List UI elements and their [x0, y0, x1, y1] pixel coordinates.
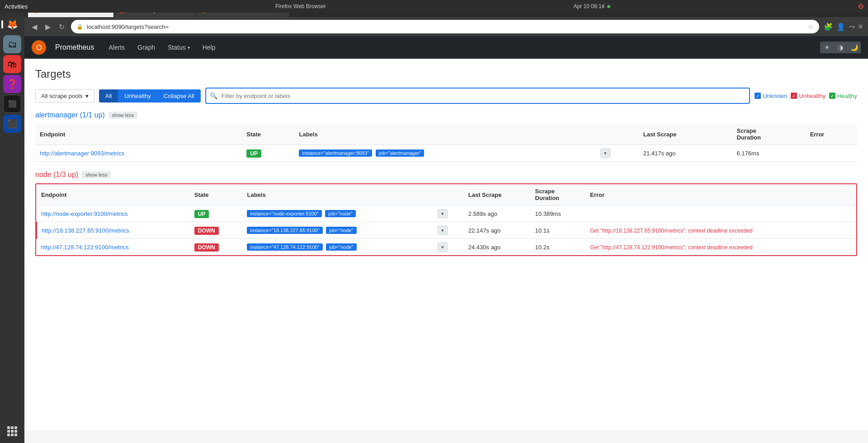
lock-icon: 🔒 [76, 23, 83, 30]
prometheus-logo: ⬡ [32, 40, 46, 55]
activities-label[interactable]: Activities [5, 3, 28, 10]
menu-icon[interactable]: ≡ [859, 23, 863, 31]
endpoint-link-node3[interactable]: http://47.128.74.122:9100/metrics [41, 244, 129, 251]
address-url[interactable]: localhost:9090/targets?search= [87, 23, 804, 30]
prometheus-navbar: ⬡ Prometheus Alerts Graph Status ▾ Help … [24, 36, 868, 59]
col-scrape-duration-node: ScrapeDuration [531, 184, 586, 205]
scrape-duration-cell-am: 6.176ms [732, 145, 806, 162]
error-text-node2: Get "http://18.138.227.65:9100/metrics":… [590, 228, 752, 234]
os-top-bar: Activities Firefox Web Browser Apr 10 08… [0, 0, 868, 13]
dock-terminal[interactable]: ⬛ [3, 95, 21, 113]
endpoint-cell-node1: http://node-exporter:9100/metrics [37, 205, 190, 222]
filter-tab-group: All Unhealthy Collapse All [99, 89, 201, 103]
filter-unknown-checkbox[interactable]: ✓ Unknown [755, 93, 787, 99]
dock-firefox[interactable]: 🦊 [3, 15, 21, 33]
label-badge-job-node2: job="node" [326, 227, 356, 234]
theme-auto-btn[interactable]: ◑ [834, 42, 847, 53]
scrape-pools-chevron: ▾ [85, 93, 89, 99]
healthy-label: Healthy [837, 93, 857, 99]
scrape-pools-button[interactable]: All scrape pools ▾ [35, 89, 94, 103]
state-badge-up-node1: UP [194, 210, 209, 218]
node-table-wrapper: Endpoint State Labels Last Scrape Scrape… [35, 183, 857, 256]
filter-tab-all[interactable]: All [99, 89, 118, 103]
dock-vscode[interactable]: ⬛ [3, 115, 21, 133]
label-badge-instance-node2: instance="18.138.227.65:9100" [247, 227, 322, 234]
error-cell-node3: Get "http://47.128.74.122:9100/metrics":… [585, 239, 856, 256]
error-cell-node2: Get "http://18.138.227.65:9100/metrics":… [585, 222, 856, 239]
labels-chevron-node2[interactable]: ▾ [438, 226, 448, 235]
show-less-node[interactable]: show less [82, 171, 111, 178]
state-cell-node2: DOWN [190, 222, 243, 239]
col-state-node: State [190, 184, 243, 205]
scrape-duration-cell-node3: 10.2s [531, 239, 586, 256]
search-icon: 🔍 [210, 92, 217, 99]
endpoint-cell-node2: http://18.138.227.65:9100/metrics [37, 222, 190, 239]
dock-software[interactable]: 🛍 [3, 55, 21, 73]
endpoint-link-node1[interactable]: http://node-exporter:9100/metrics [41, 210, 128, 217]
os-firefox-label[interactable]: Firefox Web Browser [275, 3, 326, 9]
group-title-node: node (1/3 up) [35, 171, 78, 179]
labels-chevron-node3[interactable]: ▾ [438, 242, 448, 252]
group-header-node: node (1/3 up) show less [35, 171, 857, 179]
table-row: http://alertmanager:9093/metrics UP inst… [35, 145, 857, 162]
reload-button[interactable]: ↻ [57, 21, 66, 33]
filter-unhealthy-checkbox[interactable]: ✓ Unhealthy [791, 93, 826, 99]
back-button[interactable]: ◀ [30, 21, 39, 33]
alertmanager-table: Endpoint State Labels Last Scrape Scrape… [35, 124, 857, 162]
labels-expand-node2: ▾ [432, 222, 463, 239]
col-last-scrape-node: Last Scrape [464, 184, 531, 205]
page-title: Targets [35, 68, 857, 80]
labels-cell-am: instance="alertmanager:9093" job="alertm… [294, 145, 594, 162]
filter-tab-unhealthy[interactable]: Unhealthy [118, 89, 157, 103]
theme-light-btn[interactable]: ☀ [820, 42, 834, 53]
nav-help[interactable]: Help [197, 41, 221, 54]
col-scrape-duration-am: ScrapeDuration [732, 124, 806, 145]
os-notification-dot [607, 5, 610, 8]
search-input[interactable] [205, 88, 750, 104]
col-endpoint-node: Endpoint [37, 184, 190, 205]
labels-chevron-node1[interactable]: ▾ [438, 209, 448, 218]
col-state-am: State [242, 124, 294, 145]
show-less-alertmanager[interactable]: show less [108, 112, 137, 119]
label-badge-instance-node1: instance="node-exporter:9100" [247, 210, 321, 217]
filter-healthy-checkbox[interactable]: ✓ Healthy [829, 93, 857, 99]
profile-icon[interactable]: 👤 [836, 23, 845, 31]
filter-tab-collapse[interactable]: Collapse All [157, 89, 201, 103]
label-badge-job-node1: job="node" [325, 210, 355, 217]
sync-icon[interactable]: ⤳ [849, 23, 855, 31]
last-scrape-cell-am: 21.417s ago [639, 145, 732, 162]
address-input-container[interactable]: 🔒 localhost:9090/targets?search= ☆ [71, 20, 819, 33]
labels-chevron-am[interactable]: ▾ [600, 149, 610, 158]
browser-toolbar: 🧩 👤 ⤳ ≡ [824, 23, 863, 31]
labels-expand-am: ▾ [595, 145, 639, 162]
label-badge-instance-node3: instance="47.128.74.122:9100" [247, 243, 322, 251]
extensions-icon[interactable]: 🧩 [824, 23, 833, 31]
theme-dark-btn[interactable]: 🌙 [847, 42, 861, 53]
os-close-btn[interactable]: ⏻ [858, 3, 863, 9]
bookmark-icon[interactable]: ☆ [808, 23, 814, 30]
nav-alerts[interactable]: Alerts [103, 41, 130, 54]
scrape-duration-cell-node2: 10.1s [531, 222, 586, 239]
col-error-node: Error [585, 184, 856, 205]
dock-files[interactable]: 🗂 [3, 35, 21, 53]
dock-help[interactable]: ❓ [3, 75, 21, 93]
state-cell-node1: UP [190, 205, 243, 222]
col-labels-node: Labels [242, 184, 432, 205]
last-scrape-cell-node3: 24.430s ago [464, 239, 531, 256]
col-error-am: Error [806, 124, 857, 145]
labels-cell-node3: instance="47.128.74.122:9100" job="node" [242, 239, 432, 256]
nav-links: Alerts Graph Status ▾ Help [103, 41, 221, 54]
endpoint-cell-node3: http://47.128.74.122:9100/metrics [37, 239, 190, 256]
label-badge-job-am: job="alertmanager" [376, 149, 425, 157]
endpoint-link-node2[interactable]: http://18.138.227.65:9100/metrics [42, 227, 129, 234]
dock-app-grid[interactable] [3, 422, 21, 430]
endpoint-link-am[interactable]: http://alertmanager:9093/metrics [40, 150, 124, 157]
group-title-alertmanager: alertmanager (1/1 up) [35, 111, 105, 119]
target-group-node: node (1/3 up) show less Endpoint State L… [35, 171, 857, 256]
forward-button[interactable]: ▶ [43, 21, 52, 33]
nav-status[interactable]: Status ▾ [162, 41, 195, 54]
prometheus-brand: Prometheus [55, 43, 94, 51]
nav-graph[interactable]: Graph [132, 41, 160, 54]
group-header-alertmanager: alertmanager (1/1 up) show less [35, 111, 857, 119]
state-cell-node3: DOWN [190, 239, 243, 256]
